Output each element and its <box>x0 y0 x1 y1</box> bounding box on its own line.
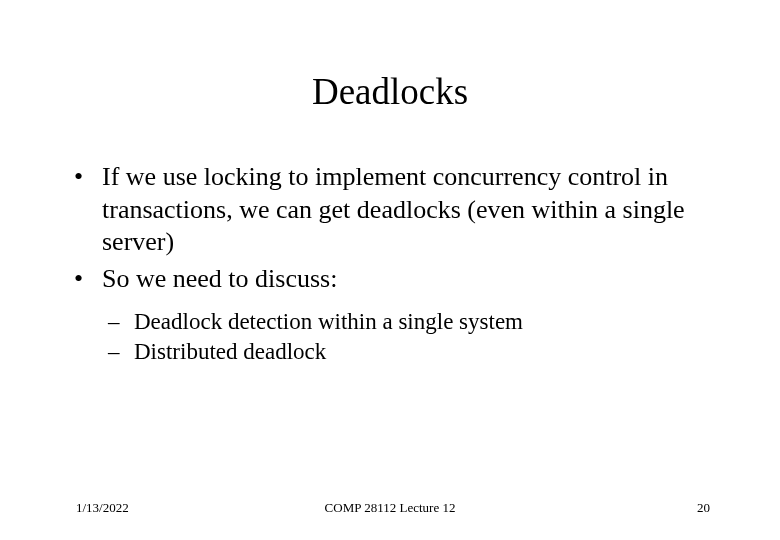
footer-course: COMP 28112 Lecture 12 <box>325 500 456 516</box>
bullet-item: So we need to discuss: Deadlock detectio… <box>98 263 710 367</box>
bullet-item: If we use locking to implement concurren… <box>98 161 710 259</box>
slide-footer: 1/13/2022 COMP 28112 Lecture 12 20 <box>0 500 780 516</box>
slide: Deadlocks If we use locking to implement… <box>0 0 780 540</box>
sub-bullet-item: Distributed deadlock <box>130 337 710 367</box>
slide-title: Deadlocks <box>70 70 710 113</box>
footer-date: 1/13/2022 <box>76 500 129 516</box>
sub-bullet-list: Deadlock detection within a single syste… <box>102 307 710 367</box>
sub-bullet-item: Deadlock detection within a single syste… <box>130 307 710 337</box>
footer-page-number: 20 <box>697 500 710 516</box>
main-bullet-list: If we use locking to implement concurren… <box>70 161 710 367</box>
bullet-text: So we need to discuss: <box>102 264 337 293</box>
